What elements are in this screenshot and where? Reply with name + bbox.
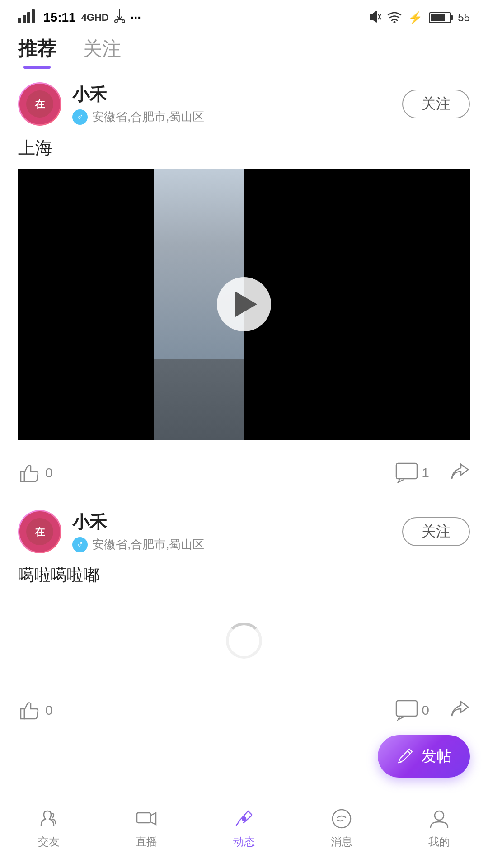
status-left: 15:11 4GHD ··· (18, 9, 141, 26)
svg-text:在: 在 (34, 99, 45, 110)
nav-icon-friends (37, 807, 61, 831)
avatar-1: 在 (18, 82, 61, 126)
svg-rect-16 (396, 701, 417, 716)
share-button-1[interactable] (447, 462, 470, 483)
nav-item-friends[interactable]: 交友 (0, 807, 98, 849)
user-location-2: 安徽省,合肥市,蜀山区 (92, 537, 204, 552)
nav-item-messages[interactable]: 消息 (293, 807, 390, 849)
status-time: 15:11 (43, 10, 76, 25)
status-bar: 15:11 4GHD ··· (0, 0, 488, 32)
user-details-1: 小禾 ♂ 安徽省,合肥市,蜀山区 (72, 83, 204, 125)
username-2: 小禾 (72, 511, 204, 534)
user-meta-1: ♂ 安徽省,合肥市,蜀山区 (72, 109, 204, 125)
fab-post-button[interactable]: 发帖 (378, 735, 470, 778)
gender-icon-1: ♂ (72, 109, 88, 125)
user-location-1: 安徽省,合肥市,蜀山区 (92, 109, 204, 125)
post-card-2: 在 小禾 ♂ 安徽省,合肥市,蜀山区 关注 噶啦噶啦嘟 (0, 496, 488, 686)
like-count-1: 0 (45, 465, 53, 481)
data-indicator: 4GHD (81, 12, 109, 24)
loading-spinner (18, 595, 470, 686)
spinner-icon (226, 623, 262, 659)
gender-icon-2: ♂ (72, 537, 88, 552)
like-button-1[interactable]: 0 (18, 462, 53, 483)
user-info-1: 在 小禾 ♂ 安徽省,合肥市,蜀山区 (18, 82, 204, 126)
post-card-2-actions: 0 0 (0, 691, 488, 742)
nav-label-messages: 消息 (331, 835, 352, 849)
bottom-nav: 交友 直播 动态 (0, 796, 488, 868)
nav-label-friends: 交友 (38, 835, 60, 849)
play-icon-1 (235, 292, 257, 317)
nav-item-profile[interactable]: 我的 (390, 807, 488, 849)
post-text-2: 噶啦噶啦嘟 (18, 564, 470, 586)
nav-icon-profile (427, 807, 451, 831)
user-details-2: 小禾 ♂ 安徽省,合肥市,蜀山区 (72, 511, 204, 552)
mute-icon (368, 10, 381, 25)
svg-rect-13 (396, 463, 417, 479)
action-right-2: 0 (395, 700, 470, 721)
nav-label-live: 直播 (136, 835, 157, 849)
nav-item-live[interactable]: 直播 (98, 807, 195, 849)
svg-point-22 (435, 811, 444, 820)
svg-text:在: 在 (34, 526, 45, 538)
svg-point-7 (122, 20, 125, 23)
fab-icon (396, 747, 414, 765)
comment-button-1[interactable]: 1 (395, 462, 429, 483)
action-left-2: 0 (18, 700, 53, 721)
carrier-signal (18, 9, 38, 26)
comment-button-2[interactable]: 0 (395, 700, 429, 721)
tab-follow[interactable]: 关注 (83, 36, 121, 69)
tab-recommend[interactable]: 推荐 (18, 36, 56, 69)
status-right: ⚡ 55 (368, 10, 470, 25)
action-left-1: 0 (18, 462, 53, 483)
battery-icon (429, 12, 451, 23)
top-nav: 推荐 关注 (0, 32, 488, 69)
follow-button-1[interactable]: 关注 (402, 90, 470, 118)
comment-count-2: 0 (422, 703, 429, 718)
video-player-1[interactable] (18, 169, 470, 440)
nav-label-feed: 动态 (233, 835, 255, 849)
post-title-1: 上海 (18, 137, 470, 160)
avatar-2: 在 (18, 510, 61, 553)
user-meta-2: ♂ 安徽省,合肥市,蜀山区 (72, 537, 204, 552)
nav-item-feed[interactable]: 动态 (195, 807, 293, 849)
svg-rect-2 (27, 12, 30, 23)
nav-label-profile: 我的 (428, 835, 450, 849)
action-bar-1: 0 1 (18, 453, 470, 496)
username-1: 小禾 (72, 83, 204, 106)
video-buildings (154, 169, 244, 359)
follow-button-2[interactable]: 关注 (402, 517, 470, 546)
user-header-2: 在 小禾 ♂ 安徽省,合肥市,蜀山区 关注 (18, 510, 470, 553)
avatar-logo-1: 在 (19, 84, 60, 124)
svg-rect-0 (18, 18, 21, 23)
avatar-logo-2: 在 (19, 511, 60, 552)
svg-line-17 (408, 751, 410, 754)
svg-point-10 (394, 21, 396, 24)
svg-rect-3 (32, 9, 35, 23)
post-card-1: 在 小禾 ♂ 安徽省,合肥市,蜀山区 关注 上海 (0, 69, 488, 496)
nav-icon-live (134, 807, 159, 831)
usb-icon (114, 9, 125, 26)
action-bar-2: 0 0 (18, 691, 470, 733)
user-header-1: 在 小禾 ♂ 安徽省,合肥市,蜀山区 关注 (18, 82, 470, 126)
like-count-2: 0 (45, 703, 53, 718)
wifi-icon (387, 10, 402, 25)
charging-icon: ⚡ (408, 11, 422, 25)
share-button-2[interactable] (447, 700, 470, 721)
video-road (154, 359, 244, 440)
comment-count-1: 1 (422, 465, 429, 481)
nav-icon-feed (232, 807, 256, 831)
like-button-2[interactable]: 0 (18, 700, 53, 721)
svg-point-6 (115, 20, 117, 23)
svg-point-21 (333, 810, 351, 828)
nav-icon-messages (329, 807, 354, 831)
user-info-2: 在 小禾 ♂ 安徽省,合肥市,蜀山区 (18, 510, 204, 553)
svg-rect-1 (23, 15, 26, 23)
more-icon: ··· (131, 10, 141, 25)
svg-point-20 (242, 817, 246, 821)
battery-level: 55 (458, 11, 470, 24)
fab-label: 发帖 (421, 746, 452, 767)
action-right-1: 1 (395, 462, 470, 483)
play-button-1[interactable] (217, 277, 271, 331)
svg-rect-19 (137, 813, 150, 823)
